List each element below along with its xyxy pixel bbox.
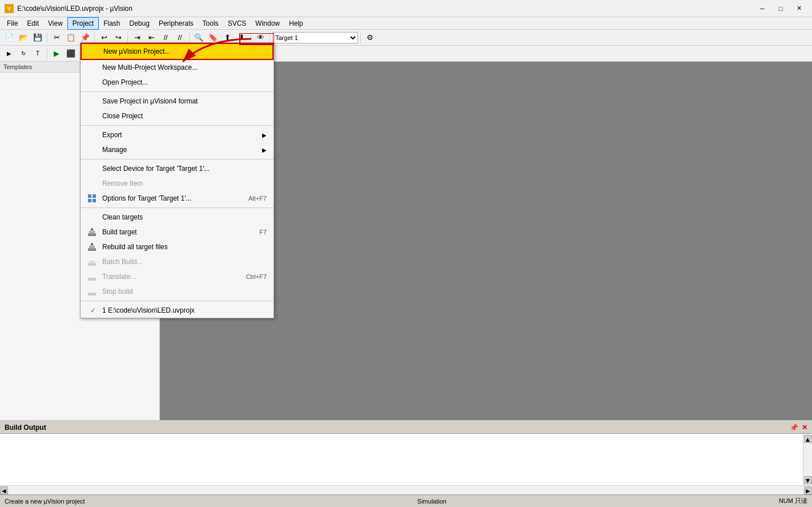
- menu-project[interactable]: Project: [67, 17, 99, 30]
- save-v4-label: Save Project in µVision4 format: [102, 97, 198, 105]
- status-bar: Create a new µVision project Simulation …: [0, 494, 812, 507]
- close-build-icon[interactable]: ✕: [802, 424, 807, 432]
- menu-recent-1[interactable]: ✓ 1 E:\code\uVision\LED.uvprojx: [81, 303, 274, 318]
- menu-clean-targets[interactable]: Clean targets: [81, 210, 274, 225]
- separator-8: [47, 49, 47, 59]
- rebuild-all-label: Rebuild all target files: [102, 243, 168, 251]
- copy-button[interactable]: 📋: [64, 31, 78, 44]
- build-button-tb[interactable]: ▶: [2, 47, 16, 60]
- scroll-left-btn[interactable]: ◄: [0, 486, 8, 494]
- options-target-label: Options for Target 'Target 1'...: [102, 194, 191, 202]
- minimize-button[interactable]: ─: [754, 3, 771, 14]
- menu-svcs[interactable]: SVCS: [223, 17, 251, 30]
- new-multiproject-icon: [87, 63, 99, 72]
- new-file-button[interactable]: 📄: [2, 31, 16, 44]
- menu-debug[interactable]: Debug: [125, 17, 154, 30]
- menu-build-target[interactable]: Build target F7: [81, 225, 274, 239]
- pin-icon[interactable]: 📌: [790, 424, 798, 432]
- menu-window[interactable]: Window: [251, 17, 284, 30]
- settings-button[interactable]: ⚙: [363, 31, 377, 44]
- scroll-down-btn[interactable]: ▼: [804, 476, 812, 484]
- menu-batch-build: Batch Build...: [81, 254, 274, 269]
- svg-marker-11: [90, 242, 94, 245]
- menu-peripherals[interactable]: Peripherals: [154, 17, 198, 30]
- translate-shortcut: Ctrl+F7: [246, 273, 267, 280]
- menu-file[interactable]: File: [2, 17, 22, 30]
- build-output-title: Build Output: [5, 424, 46, 432]
- build-output-scrollbar[interactable]: ▲ ▼: [803, 434, 812, 485]
- svg-rect-2: [88, 199, 91, 202]
- build-output-content[interactable]: [0, 434, 803, 485]
- build-target-shortcut: F7: [259, 229, 267, 235]
- menu-stop-build: Stop build: [81, 284, 274, 299]
- sep-2: [81, 125, 274, 126]
- manage-arrow-icon: ▶: [262, 147, 267, 153]
- bottom-area: Build Output 📌 ✕ ▲ ▼ ◄ ► Create a new µV…: [0, 420, 812, 507]
- separator-3: [127, 33, 128, 43]
- svg-rect-1: [93, 194, 96, 198]
- menu-options-target[interactable]: Options for Target 'Target 1'... Alt+F7: [81, 191, 274, 206]
- project-dropdown: New µVision Project... New Multi-Project…: [80, 42, 274, 318]
- status-left: Create a new µVision project: [5, 498, 85, 505]
- remove-item-icon: [87, 179, 99, 188]
- separator-2: [94, 33, 95, 43]
- close-button[interactable]: ✕: [790, 3, 807, 14]
- separator-7: [360, 33, 361, 43]
- scroll-right-btn[interactable]: ►: [804, 486, 812, 494]
- separator-1: [47, 33, 47, 43]
- new-project-icon: [89, 47, 100, 56]
- export-icon: [87, 130, 99, 139]
- debug-stop-button[interactable]: ⬛: [64, 47, 78, 60]
- h-scrollbar[interactable]: ◄ ►: [0, 485, 812, 494]
- menu-save-v4[interactable]: Save Project in µVision4 format: [81, 94, 274, 109]
- stop-build-icon: [87, 287, 99, 296]
- separator-5: [251, 33, 251, 43]
- menu-remove-item: Remove Item: [81, 176, 274, 191]
- sep-4: [81, 207, 274, 208]
- menu-close-project[interactable]: Close Project: [81, 109, 274, 123]
- menu-help[interactable]: Help: [284, 17, 308, 30]
- title-text: E:\code\uVision\LED.uvprojx - µVision: [17, 5, 754, 13]
- menu-edit[interactable]: Edit: [22, 17, 43, 30]
- menu-manage[interactable]: Manage ▶: [81, 142, 274, 157]
- open-file-button[interactable]: 📂: [17, 31, 30, 44]
- target-selector[interactable]: Target 1: [272, 32, 358, 43]
- stop-build-label: Stop build: [102, 288, 132, 296]
- open-project-label: Open Project...: [102, 78, 148, 86]
- menu-rebuild-all[interactable]: Rebuild all target files: [81, 239, 274, 254]
- separator-4: [189, 33, 190, 43]
- menu-view[interactable]: View: [43, 17, 67, 30]
- build-output-row: ▲ ▼: [0, 434, 812, 485]
- export-arrow-icon: ▶: [262, 132, 267, 138]
- window-controls: ─ □ ✕: [754, 3, 807, 14]
- debug-start-button[interactable]: ▶: [50, 47, 63, 60]
- menu-select-device[interactable]: Select Device for Target 'Target 1'...: [81, 161, 274, 176]
- scroll-up-btn[interactable]: ▲: [804, 435, 812, 443]
- menu-tools[interactable]: Tools: [198, 17, 223, 30]
- save-button[interactable]: 💾: [31, 31, 45, 44]
- svg-rect-15: [88, 293, 96, 296]
- app-icon: V: [5, 4, 14, 13]
- maximize-button[interactable]: □: [772, 3, 789, 14]
- new-project-label: New µVision Project...: [103, 47, 170, 55]
- build-output-panel: Build Output 📌 ✕ ▲ ▼ ◄ ►: [0, 420, 812, 494]
- sep-5: [81, 301, 274, 301]
- select-device-label: Select Device for Target 'Target 1'...: [102, 165, 210, 173]
- menu-new-project[interactable]: New µVision Project...: [81, 43, 274, 60]
- build-target-label: Build target: [102, 228, 137, 236]
- batch-build-label: Batch Build...: [102, 258, 143, 266]
- rebuild-button-tb[interactable]: ↻: [17, 47, 30, 60]
- cut-button[interactable]: ✂: [50, 31, 63, 44]
- menu-open-project[interactable]: Open Project...: [81, 75, 274, 90]
- translate-button-tb[interactable]: T: [31, 47, 45, 60]
- clean-targets-icon: [87, 213, 99, 222]
- export-label: Export: [102, 131, 122, 139]
- menu-new-multiproject[interactable]: New Multi-Project Workspace...: [81, 60, 274, 75]
- open-project-icon: [87, 78, 99, 87]
- manage-label: Manage: [102, 146, 127, 154]
- menu-flash[interactable]: Flash: [99, 17, 124, 30]
- svg-rect-14: [88, 278, 96, 281]
- options-target-icon: [87, 194, 99, 203]
- separator-6: [270, 33, 270, 43]
- menu-export[interactable]: Export ▶: [81, 127, 274, 142]
